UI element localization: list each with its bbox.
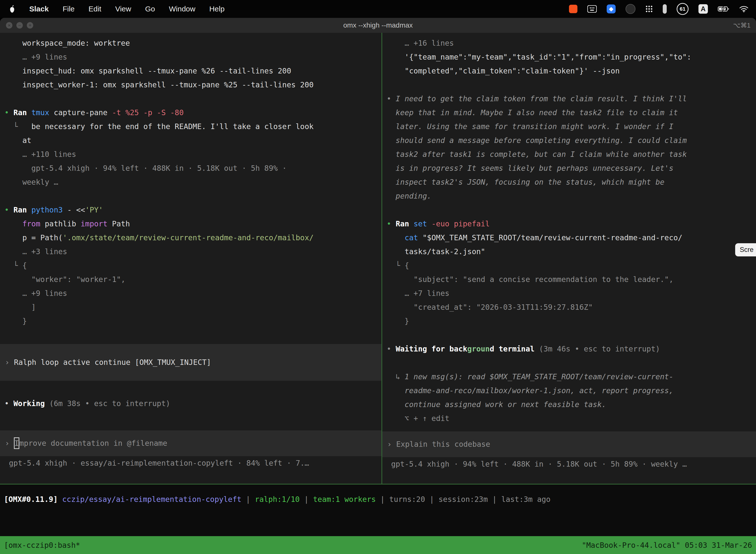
blank-line <box>4 410 381 425</box>
blank-line <box>4 92 381 106</box>
window-title: omx --xhigh --madmax <box>0 18 756 33</box>
menubar: Slack FileEditViewGoWindowHelp ◆ 61 A <box>0 0 756 18</box>
terminal-line: • I need to get the claim token from the… <box>387 92 756 106</box>
terminal-line: } <box>4 314 381 328</box>
right-pane: … +16 lines '{"team_name":"my-team","tas… <box>382 33 756 484</box>
omx-status-pane: [OMX#0.11.9] cczip/essay/ai-reimplementa… <box>0 485 756 536</box>
terminal-line: inspect_hud: omx sparkshell --tmux-pane … <box>4 64 381 78</box>
terminal-line: gpt-5.4 xhigh · 94% left · 488K in · 5.1… <box>387 457 756 471</box>
terminal-line: … +110 lines <box>4 148 381 161</box>
terminal-line: task2 after task1 is complete, but can I… <box>387 148 756 161</box>
count-badge-icon[interactable]: 61 <box>677 3 689 15</box>
terminal-line: weekly … <box>4 175 381 189</box>
menu-item-help[interactable]: Help <box>209 5 225 13</box>
tmux-panes: workspace_mode: worktree … +9 lines insp… <box>0 33 756 484</box>
menubar-left: Slack FileEditViewGoWindowHelp <box>0 5 225 13</box>
grid-icon[interactable] <box>587 3 597 14</box>
prompt-input[interactable]: › Improve documentation in @filename <box>0 430 381 456</box>
terminal-line: later. Using the same for transition mig… <box>387 120 756 133</box>
blank-line <box>4 189 381 203</box>
left-pane: workspace_mode: worktree … +9 lines insp… <box>0 33 381 484</box>
screen-capture-tooltip: Scre <box>735 243 756 257</box>
raycast-icon[interactable]: ◆ <box>607 4 616 13</box>
terminal-line: inspect_worker-1: omx sparkshell --tmux-… <box>4 78 381 92</box>
terminal-line: … +9 lines <box>4 286 381 300</box>
terminal-line: … +3 lines <box>4 245 381 259</box>
terminal-line: gpt-5.4 xhigh · 94% left · 488K in · 5.1… <box>4 161 381 175</box>
menu-item-view[interactable]: View <box>115 5 131 13</box>
titlebar[interactable]: × − + omx --xhigh --madmax ⌥⌘1 <box>0 18 756 33</box>
terminal-line: "subject": "send a concise recommendatio… <box>387 273 756 286</box>
terminal-line: continue assigned work or next feasible … <box>387 398 756 411</box>
menubar-items: FileEditViewGoWindowHelp <box>63 5 225 13</box>
terminal-line: … +7 lines <box>387 286 756 300</box>
terminal-line: • Waiting for background terminal (3m 46… <box>387 342 756 356</box>
terminal-line: • Ran tmux capture-pane -t %25 -p -S -80 <box>4 106 381 120</box>
terminal-line: at <box>4 133 381 148</box>
terminal-line: cat "$OMX_TEAM_STATE_ROOT/team/review-cu… <box>387 231 756 245</box>
terminal-line: • Ran set -euo pipefail <box>387 217 756 231</box>
key-icon[interactable] <box>663 4 667 14</box>
menu-item-edit[interactable]: Edit <box>88 5 102 13</box>
terminal-line: └ { <box>387 259 756 273</box>
menu-item-app[interactable]: Slack <box>29 5 49 13</box>
inject-banner: › Ralph loop active continue [OMX_TMUX_I… <box>0 344 381 381</box>
terminal-line: • Ran python3 - <<'PY' <box>4 203 381 217</box>
terminal-line: workspace_mode: worktree <box>4 36 381 50</box>
terminal-line: '{"team_name":"my-team","task_id":"1","f… <box>387 50 756 64</box>
terminal-line: └ be necessary for the end of the README… <box>4 120 381 133</box>
terminal-window: × − + omx --xhigh --madmax ⌥⌘1 workspace… <box>0 18 756 554</box>
terminal-line: pending. <box>387 189 756 203</box>
terminal-line: ↳ 1 new msg(s): read $OMX_TEAM_STATE_ROO… <box>387 370 756 384</box>
blank-line <box>387 203 756 217</box>
terminal-line: } <box>387 314 756 328</box>
wifi-icon[interactable] <box>739 3 749 14</box>
terminal-line: p = Path('.omx/state/team/review-current… <box>4 231 381 245</box>
terminal-line: inspect task2's JSON, focusing on the st… <box>387 175 756 189</box>
screen-recording-icon[interactable] <box>569 5 577 13</box>
terminal-line: ] <box>4 300 381 314</box>
terminal-line: is in progress? It seems likely but perh… <box>387 161 756 175</box>
terminal-line: gpt-5.4 xhigh · essay/ai-reimplementatio… <box>4 456 381 470</box>
dark-app-icon[interactable] <box>626 4 635 14</box>
desktop: Slack FileEditViewGoWindowHelp ◆ 61 A <box>0 0 756 554</box>
terminal-line: … +16 lines <box>387 36 756 50</box>
terminal-line: from pathlib import Path <box>4 217 381 231</box>
terminal-line: "created_at": "2026-03-31T11:59:27.816Z" <box>387 300 756 314</box>
terminal-line: "worker": "worker-1", <box>4 273 381 286</box>
omx-status-line-content: [OMX#0.11.9] cczip/essay/ai-reimplementa… <box>4 492 756 506</box>
blank-line <box>387 328 756 342</box>
terminal-line: should send a message before completing … <box>387 133 756 148</box>
dots-grid-icon[interactable] <box>645 3 653 14</box>
omx-status-line: [OMX#0.11.9] cczip/essay/ai-reimplementa… <box>0 485 756 506</box>
menu-item-go[interactable]: Go <box>145 5 155 13</box>
window-shortcut-hint: ⌥⌘1 <box>733 18 751 33</box>
tmux-host-clock: "MacBook-Pro-44.local" 05:03 31-Mar-26 <box>582 541 752 550</box>
input-source-icon[interactable]: A <box>698 4 708 14</box>
terminal-line: ⌥ + ↑ edit <box>387 411 756 426</box>
terminal-line: • Working (6m 38s • esc to interrupt) <box>4 397 381 410</box>
menu-item-file[interactable]: File <box>63 5 74 13</box>
terminal-line: tasks/task-2.json" <box>387 245 756 259</box>
terminal-line: "completed","claim_token":"claim-token"}… <box>387 64 756 78</box>
menu-item-window[interactable]: Window <box>169 5 195 13</box>
blank-line <box>387 356 756 370</box>
prompt-suggestion[interactable]: › Explain this codebase <box>382 431 756 457</box>
blank-line <box>4 383 381 397</box>
terminal-line: └ { <box>4 259 381 273</box>
battery-icon[interactable] <box>718 3 729 14</box>
tmux-session-label: [omx-cczip0:bash* <box>4 541 80 550</box>
apple-menu-icon[interactable] <box>9 5 15 13</box>
terminal-line: readme-and-reco/mailbox/worker-1.json, a… <box>387 384 756 398</box>
tmux-status-bar: [omx-cczip0:bash* "MacBook-Pro-44.local"… <box>0 536 756 554</box>
blank-line <box>387 78 756 92</box>
terminal-line: keep that in mind. Maybe I also need the… <box>387 106 756 120</box>
terminal-line: … +9 lines <box>4 50 381 64</box>
blank-line <box>4 328 381 342</box>
menubar-status-icons: ◆ 61 A <box>569 3 756 15</box>
